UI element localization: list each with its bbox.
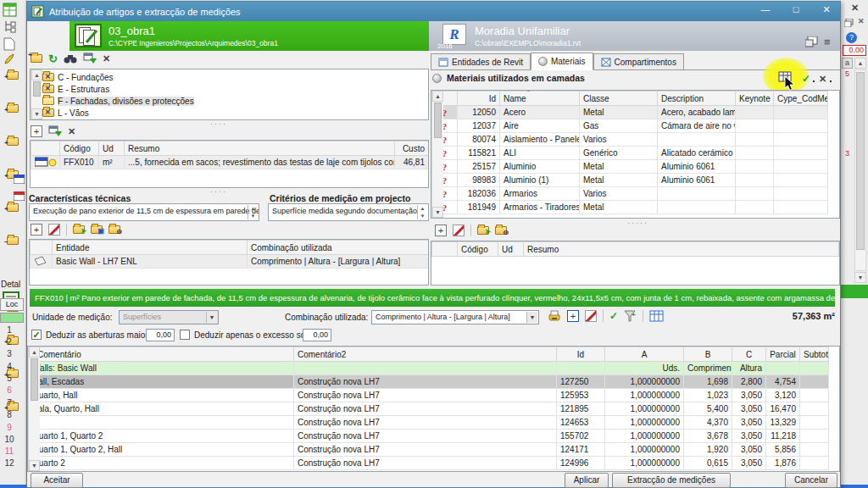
col-classe[interactable]: Classe [580,92,658,106]
measurement-row[interactable]: Sala, Quarto, HallConstrução nova LH7121… [29,402,829,416]
material-row[interactable]: ? 80074Aislamiento - PanelesVarios [432,133,828,147]
col-keynote[interactable]: Keynote [736,92,774,106]
measurement-row[interactable]: Quarto 1, Quarto 2, HallConstrução nova … [29,443,829,457]
new-chapter-icon[interactable]: + [31,54,42,63]
col-c[interactable]: C [732,347,766,362]
col-a[interactable]: A [605,347,684,362]
col-ud[interactable]: Ud [498,242,524,257]
scroll-arrows[interactable]: ▲▼ [248,205,258,219]
col-id[interactable]: Id [557,347,605,362]
binoculars-icon[interactable] [64,53,77,64]
item-card-icon[interactable] [14,175,25,184]
entity-row[interactable]: Basic Wall - LH7 ENL Comprimento | Altur… [31,255,429,269]
scroll-up-icon[interactable]: ▲ [854,58,866,69]
material-row[interactable]: ? 115821ALIGenéricoAlicatado cerámico ..… [432,147,828,160]
measurement-row[interactable]: Construção nova LH71246531,0000000004,37… [29,416,829,430]
dropdown-dot[interactable] [813,80,815,82]
tree-item-estruturas[interactable]: ✕ E - Estruturas [31,83,428,95]
col-id[interactable]: Id [458,92,500,106]
print-icon[interactable] [548,310,561,322]
assign-article-icon[interactable] [83,53,97,64]
col-comentario[interactable]: Comentário [29,347,294,362]
scroll-up-icon[interactable]: ▲ [432,91,443,102]
aplicar-button[interactable]: Aplicar [565,473,609,488]
col-entidade[interactable]: Entidade [53,241,248,255]
help-icon[interactable]: ? [846,32,857,43]
measurement-row[interactable]: Hall, EscadasConstrução nova LH71272501,… [29,375,829,389]
accept-material-icon[interactable]: ✓ [802,73,810,85]
app-grid-icon[interactable] [3,3,17,17]
scroll-up-icon[interactable]: ▲ [29,347,40,358]
materials-scrollbar[interactable]: ▲ ▼ [431,91,443,218]
tab-entidades-revit[interactable]: Entidades de Revit [431,53,531,69]
add-codmed-icon[interactable]: + [435,225,447,236]
close-button[interactable]: ✕ [812,0,841,19]
col-subtotal[interactable]: Subtotal [800,347,829,362]
col-comentario2[interactable]: Comentário2 [294,347,557,362]
article-row[interactable]: FFX010 m² ...5, fornecida em sacos; reve… [31,156,429,169]
col-codigo[interactable]: Código [60,141,99,156]
scroll-down-icon[interactable]: ▼ [31,108,42,119]
material-row[interactable]: ? 98983Aluminio (1)MetalAluminio 6061 [432,174,828,187]
scrollbar-thumb[interactable] [434,103,442,138]
col-name[interactable]: ˆName [500,92,580,106]
col-codigo[interactable]: Código [458,242,498,257]
col-combinacao[interactable]: Combinação utilizada [248,241,429,255]
material-row[interactable]: ? 12050AceroMetalAcero, acabado lami... [432,106,828,119]
delete-row-icon[interactable] [585,310,597,322]
group-row[interactable]: Walls: Basic Wall Uds. Comprimento Altur… [29,362,829,375]
maximize-button[interactable]: □ [782,0,810,19]
material-row[interactable]: ? 182036ArmariosVarios [432,187,828,201]
criterios-box[interactable]: Superfície medida segundo documentação ▲… [268,203,429,221]
splitter-handle[interactable]: ····· [627,220,648,225]
tab-compartimentos[interactable]: Compartimentos [593,53,684,69]
delete-codmed-icon[interactable] [453,225,465,236]
col-resumo[interactable]: Resumo [524,242,839,257]
add-entity-icon[interactable]: + [31,224,42,236]
material-row[interactable]: ? 25157AluminioMetalAluminio 6061 [432,160,828,174]
minimize-button[interactable]: — [751,0,780,19]
clear-material-icon[interactable]: ✕ [819,74,826,85]
scrollbar-thumb[interactable] [31,358,38,401]
new-page-icon[interactable] [3,37,15,51]
scroll-up-icon[interactable]: ▲ [31,69,42,80]
scroll-arrows[interactable]: ▲▼ [417,205,427,219]
filter-icon[interactable]: + [624,310,637,322]
close-small-icon[interactable]: ✕ [858,17,865,25]
col-parcial[interactable]: Parcial [766,347,800,362]
tree-item-fachadas[interactable]: F - Fachadas, divisões e protecções [31,95,428,107]
import-codmed-icon[interactable]: ➤ [477,226,489,235]
validate-icon[interactable]: ✓ [609,310,618,322]
splitter-handle[interactable]: ···· [210,189,227,194]
dropdown-dot[interactable] [830,80,832,82]
deduzir-excesso-checkbox[interactable] [180,330,190,340]
combinacao-dropdown[interactable]: Comprimento | Altura - [Largura | Altura… [371,310,539,324]
col-custo[interactable]: Custo [395,141,429,156]
scroll-down-icon[interactable]: ▼ [432,207,443,218]
folder-icon[interactable]: + [7,104,19,113]
cancelar-button[interactable]: Cancelar [785,473,837,488]
material-row[interactable]: ? 181949Armarios - TiradoresMetal [432,201,828,214]
delete-assignment-icon[interactable]: ✕ [103,53,110,64]
scrollbar-track[interactable] [854,69,866,271]
col-b[interactable]: B [684,347,732,362]
material-row[interactable]: ? 12037AireGasCámara de aire no v... [432,119,828,133]
splitter-handle[interactable]: ···· [210,121,227,126]
caracteristicas-box[interactable]: Execução de pano exterior de 11,5 cm de … [29,203,259,221]
deduzir-aberturas-input[interactable]: 0,00 [146,329,175,341]
unidade-dropdown[interactable]: Superfícies▼ [119,310,219,324]
extraccao-medicoes-button[interactable]: Extracção de medições [612,473,731,488]
dock-window-icon[interactable] [805,36,818,47]
folder-open-icon[interactable]: − [7,236,19,245]
scrollbar-thumb[interactable] [856,72,865,250]
deduzir-aberturas-checkbox[interactable]: ✓ [31,330,42,340]
scrollbar-thumb[interactable] [33,81,41,97]
tree-item-fundacoes[interactable]: ✕ C - Fundações [31,71,428,83]
deduzir-excesso-input[interactable]: 0,00 [303,329,331,341]
measurements-scrollbar[interactable]: ▲ ▼ [28,347,40,471]
search-codmed-icon[interactable]: ʘ [495,226,507,235]
col-cype-codmed[interactable]: Cype_CodMed [774,92,828,106]
measurement-row[interactable]: Quarto, HallConstrução nova LH71259531,0… [29,389,829,402]
scroll-down-icon[interactable]: ▼ [29,460,40,471]
tab-materiais[interactable]: Materiais [531,53,593,70]
